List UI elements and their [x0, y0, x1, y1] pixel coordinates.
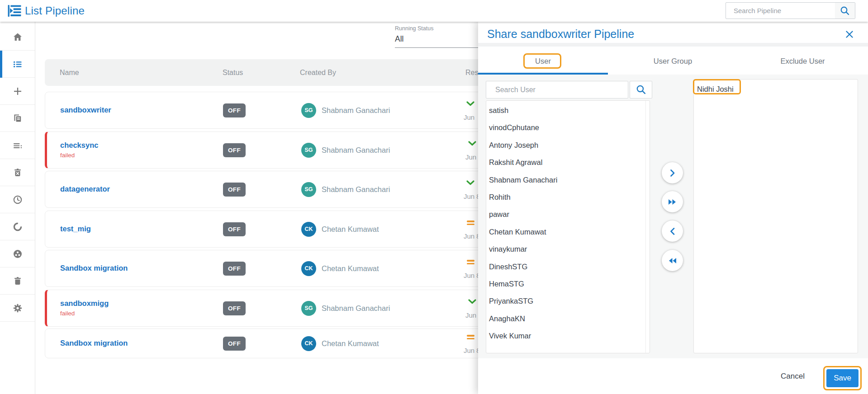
- selected-users-list: Nidhi Joshi: [693, 79, 858, 353]
- sidebar-item-add-pipeline[interactable]: [0, 78, 35, 105]
- page-title: List Pipeline: [25, 0, 85, 22]
- copy-icon: [12, 113, 23, 124]
- avatar: CK: [301, 222, 316, 237]
- sidebar-item-delete-schedule[interactable]: [0, 159, 35, 186]
- pipeline-name-link[interactable]: sandboxwriter: [60, 106, 111, 114]
- pipeline-name-link[interactable]: test_mig: [60, 225, 91, 233]
- running-status-label: Running Status: [395, 25, 433, 32]
- equals-icon[interactable]: [467, 220, 474, 227]
- avatar: CK: [301, 336, 316, 351]
- user-list-item[interactable]: vinaykumar: [486, 240, 650, 258]
- move-all-left-button[interactable]: [662, 250, 683, 271]
- move-all-right-button[interactable]: [662, 191, 683, 212]
- user-list-item[interactable]: Rakshit Agrawal: [486, 154, 650, 171]
- status-badge: OFF: [223, 301, 246, 315]
- list-scrollbar[interactable]: [645, 101, 646, 353]
- sidebar-item-groups[interactable]: [0, 240, 35, 267]
- chevron-right-icon: [670, 169, 675, 177]
- tab-user-group[interactable]: User Group: [608, 47, 738, 75]
- equals-icon[interactable]: [467, 335, 474, 341]
- user-list-item[interactable]: pawar: [486, 206, 650, 223]
- running-status-underline: [395, 47, 490, 48]
- tab-exclude-user[interactable]: Exclude User: [738, 47, 868, 75]
- plus-icon: [12, 86, 23, 97]
- double-arrow-right-icon: [669, 199, 676, 205]
- status-badge: OFF: [223, 103, 246, 117]
- drawer-tabs: User User Group Exclude User: [478, 47, 868, 75]
- drawer-header-divider: [478, 43, 868, 47]
- user-list-item[interactable]: PriyankaSTG: [486, 292, 650, 310]
- status-badge: OFF: [223, 262, 246, 276]
- sidebar-item-trash[interactable]: [0, 267, 35, 295]
- chevron-down-icon[interactable]: [468, 141, 476, 146]
- trash-icon: [12, 276, 23, 286]
- trash-x-icon: [12, 167, 23, 178]
- sidebar-item-refresh[interactable]: [0, 213, 35, 240]
- user-list-item[interactable]: satish: [486, 102, 650, 119]
- drawer-content: satish vinodCphutane Antony Joseph Raksh…: [478, 75, 868, 358]
- equals-icon[interactable]: [467, 260, 474, 266]
- share-pipeline-drawer: Share sandboxwriter Pipeline User User G…: [478, 22, 868, 394]
- avatar: SG: [301, 143, 316, 158]
- sidebar-item-copy[interactable]: [0, 105, 35, 132]
- sidebar-item-pipeline-menu[interactable]: [0, 132, 35, 159]
- user-list-item[interactable]: Vivek Kumar: [486, 327, 650, 344]
- user-search-input[interactable]: [486, 81, 628, 98]
- user-list-item[interactable]: Rohith: [486, 188, 650, 206]
- pipeline-name-link[interactable]: Sandbox migration: [60, 339, 128, 347]
- cancel-button[interactable]: Cancel: [771, 358, 814, 394]
- creator-name: Chetan Kumawat: [322, 339, 379, 348]
- column-header-status: Status: [223, 59, 243, 86]
- user-list-item[interactable]: DineshSTG: [486, 258, 650, 275]
- chevron-left-icon: [670, 228, 675, 235]
- app-logo-icon: [8, 5, 22, 18]
- search-icon: [636, 84, 646, 95]
- creator-name: Shabnam Ganachari: [322, 146, 390, 155]
- pipeline-failed-label: failed: [60, 310, 75, 317]
- user-list-item[interactable]: Antony Joseph: [486, 136, 650, 154]
- user-list-item[interactable]: Shabnam Ganachari: [486, 171, 650, 188]
- avatar: SG: [301, 103, 316, 118]
- chevron-down-icon[interactable]: [468, 299, 476, 304]
- pipeline-name-link[interactable]: checksync: [60, 141, 98, 150]
- sidebar-item-history[interactable]: [0, 186, 35, 213]
- creator-name: Shabnam Ganachari: [322, 304, 390, 313]
- clock-icon: [12, 194, 23, 205]
- user-list-item[interactable]: HemaSTG: [486, 275, 650, 292]
- pipeline-failed-label: failed: [60, 152, 75, 159]
- app-bar: List Pipeline: [0, 0, 868, 22]
- save-button-highlight: [823, 366, 862, 390]
- pipeline-name-link[interactable]: Sandbox migration: [60, 264, 128, 272]
- running-status-select[interactable]: All: [395, 34, 403, 44]
- user-search: [486, 81, 628, 98]
- active-tab-highlight: [523, 53, 561, 69]
- list-icon: [12, 59, 23, 70]
- close-icon[interactable]: [845, 30, 854, 38]
- chevron-down-icon[interactable]: [466, 101, 474, 106]
- user-list-item[interactable]: vinodCphutane: [486, 119, 650, 136]
- pipeline-search-input[interactable]: [726, 3, 835, 19]
- search-icon: [840, 6, 850, 16]
- move-left-button[interactable]: [662, 220, 683, 242]
- status-badge: OFF: [223, 337, 246, 351]
- column-header-name: Name: [60, 59, 79, 86]
- creator-name: Chetan Kumawat: [322, 225, 379, 234]
- user-list-item[interactable]: AnaghaKN: [486, 310, 650, 327]
- search-button[interactable]: [835, 3, 855, 19]
- sidebar: [0, 22, 35, 394]
- chevron-down-icon[interactable]: [466, 180, 474, 185]
- creator-name: Shabnam Ganachari: [322, 185, 390, 194]
- creator-name: Shabnam Ganachari: [322, 106, 390, 115]
- sidebar-item-settings[interactable]: [0, 295, 35, 322]
- creator-name: Chetan Kumawat: [322, 264, 379, 273]
- user-search-button[interactable]: [630, 81, 652, 98]
- sidebar-item-pipeline-list[interactable]: [0, 51, 35, 78]
- move-right-button[interactable]: [662, 162, 683, 183]
- double-arrow-left-icon: [669, 258, 676, 263]
- refresh-icon: [12, 221, 23, 232]
- user-list-item[interactable]: Chetan Kumawat: [486, 223, 650, 240]
- status-badge: OFF: [223, 222, 246, 236]
- sidebar-item-home[interactable]: [0, 23, 35, 51]
- pipeline-name-link[interactable]: datagenerator: [60, 185, 110, 193]
- pipeline-name-link[interactable]: sandboxmigg: [60, 299, 109, 308]
